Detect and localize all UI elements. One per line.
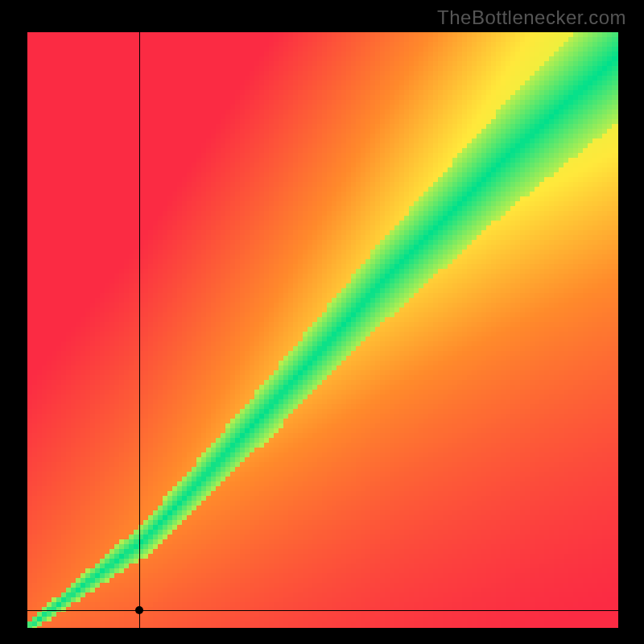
heatmap-canvas — [27, 32, 618, 628]
crosshair-vertical — [139, 32, 140, 628]
heatmap-plot — [27, 32, 618, 628]
chart-frame: TheBottlenecker.com — [0, 0, 644, 644]
watermark-text: TheBottlenecker.com — [437, 6, 626, 29]
marker-dot — [135, 606, 143, 614]
crosshair-horizontal — [27, 610, 618, 611]
